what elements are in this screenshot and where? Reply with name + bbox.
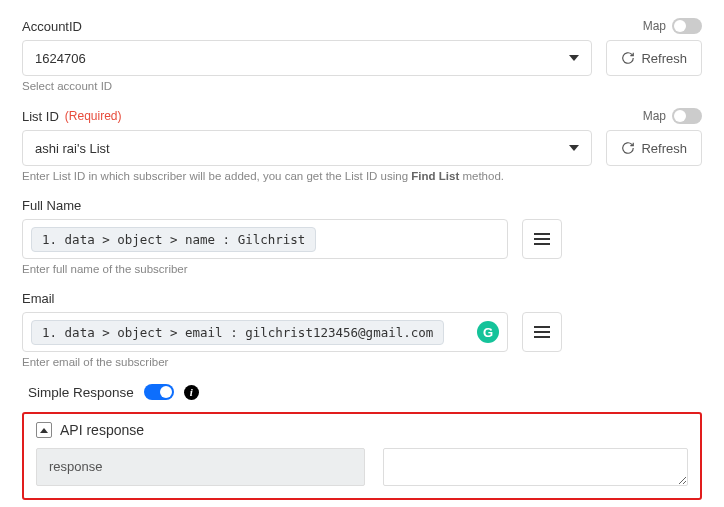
list-id-select[interactable]: ashi rai's List <box>22 130 592 166</box>
list-id-refresh-button[interactable]: Refresh <box>606 130 702 166</box>
refresh-icon <box>621 51 635 65</box>
simple-response-label: Simple Response <box>28 385 134 400</box>
account-id-helper: Select account ID <box>22 80 702 92</box>
chevron-down-icon <box>569 55 579 61</box>
chevron-up-icon <box>40 428 48 433</box>
full-name-input[interactable]: 1. data > object > name : Gilchrist <box>22 219 508 259</box>
api-response-value-input[interactable] <box>383 448 688 486</box>
list-id-value: ashi rai's List <box>35 141 110 156</box>
email-menu-button[interactable] <box>522 312 562 352</box>
refresh-label: Refresh <box>641 51 687 66</box>
account-id-map-label: Map <box>643 19 666 33</box>
account-id-map-toggle[interactable] <box>672 18 702 34</box>
info-icon[interactable]: i <box>184 385 199 400</box>
account-id-value: 1624706 <box>35 51 86 66</box>
full-name-menu-button[interactable] <box>522 219 562 259</box>
chevron-down-icon <box>569 145 579 151</box>
account-id-label: AccountID <box>22 19 82 34</box>
grammarly-icon: G <box>477 321 499 343</box>
menu-icon <box>534 233 550 245</box>
account-id-refresh-button[interactable]: Refresh <box>606 40 702 76</box>
full-name-helper: Enter full name of the subscriber <box>22 263 702 275</box>
api-response-key-input[interactable]: response <box>36 448 365 486</box>
list-id-label: List ID <box>22 109 59 124</box>
list-id-map-label: Map <box>643 109 666 123</box>
api-response-collapse-button[interactable] <box>36 422 52 438</box>
refresh-icon <box>621 141 635 155</box>
account-id-select[interactable]: 1624706 <box>22 40 592 76</box>
refresh-label: Refresh <box>641 141 687 156</box>
email-pill[interactable]: 1. data > object > email : gilchrist1234… <box>31 320 444 345</box>
full-name-pill[interactable]: 1. data > object > name : Gilchrist <box>31 227 316 252</box>
api-response-panel: API response response <box>22 412 702 500</box>
api-response-title: API response <box>60 422 144 438</box>
list-id-map-toggle[interactable] <box>672 108 702 124</box>
list-id-required: (Required) <box>65 109 122 123</box>
simple-response-toggle[interactable] <box>144 384 174 400</box>
email-input[interactable]: 1. data > object > email : gilchrist1234… <box>22 312 508 352</box>
full-name-label: Full Name <box>22 198 81 213</box>
list-id-helper: Enter List ID in which subscriber will b… <box>22 170 702 182</box>
email-helper: Enter email of the subscriber <box>22 356 702 368</box>
menu-icon <box>534 326 550 338</box>
email-label: Email <box>22 291 55 306</box>
